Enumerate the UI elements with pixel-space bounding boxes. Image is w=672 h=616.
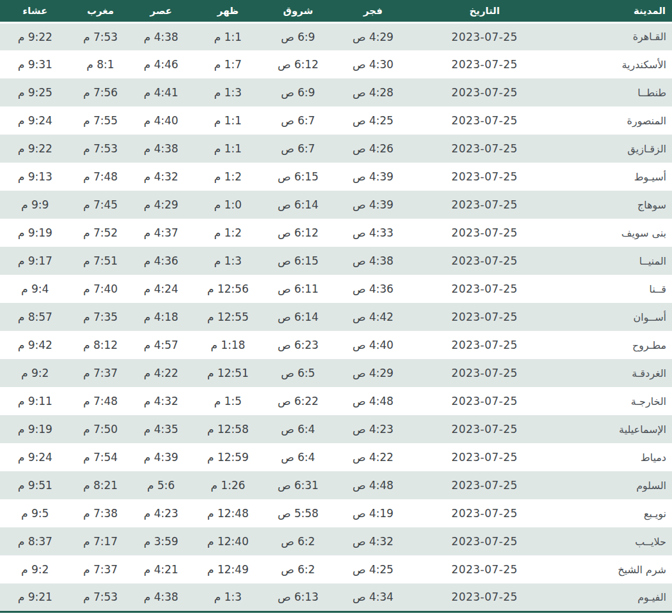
column-header-isha: عشاء bbox=[0, 0, 70, 22]
cell-maghrib: 7:37 م bbox=[70, 555, 131, 583]
cell-city: الفيـوم bbox=[555, 583, 672, 612]
cell-isha: 9:25 م bbox=[0, 78, 70, 106]
cell-maghrib: 7:55 م bbox=[70, 106, 131, 135]
prayer-times-table: المدينة التاريخ فجر شروق ظهر عصر مغرب عش… bbox=[0, 0, 672, 613]
cell-maghrib: 7:51 م bbox=[70, 247, 131, 275]
cell-city: دمياط bbox=[555, 443, 672, 471]
cell-city: الإسماعيلية bbox=[555, 415, 672, 443]
cell-isha: 9:21 م bbox=[0, 583, 70, 612]
table-row: أســوان 2023-07-25 4:42 ص 6:14 ص 12:55 م… bbox=[0, 303, 672, 331]
cell-date: 2023-07-25 bbox=[414, 359, 555, 387]
cell-fajr: 4:23 ص bbox=[332, 415, 414, 443]
cell-maghrib: 8:21 م bbox=[70, 471, 131, 499]
table-body: القـاهرة 2023-07-25 4:29 ص 6:9 ص 1:1 م 4… bbox=[0, 22, 672, 612]
cell-sunrise: 6:12 ص bbox=[265, 219, 332, 247]
cell-city: أسيـوط bbox=[555, 163, 672, 191]
table-row: السلوم 2023-07-25 4:48 ص 6:31 ص 1:26 م 5… bbox=[0, 471, 672, 499]
cell-sunrise: 6:11 ص bbox=[265, 275, 332, 303]
cell-asr: 4:38 م bbox=[131, 583, 191, 612]
table-row: المنيــا 2023-07-25 4:38 ص 6:15 ص 1:3 م … bbox=[0, 247, 672, 275]
cell-date: 2023-07-25 bbox=[414, 471, 555, 499]
cell-fajr: 4:42 ص bbox=[332, 303, 414, 331]
table-row: مطـروح 2023-07-25 4:40 ص 6:23 ص 1:18 م 4… bbox=[0, 331, 672, 359]
cell-maghrib: 7:35 م bbox=[70, 303, 131, 331]
cell-isha: 9:19 م bbox=[0, 415, 70, 443]
cell-maghrib: 7:48 م bbox=[70, 163, 131, 191]
cell-date: 2023-07-25 bbox=[414, 22, 555, 50]
cell-city: طنطــا bbox=[555, 78, 672, 106]
cell-sunrise: 6:2 ص bbox=[265, 527, 332, 555]
cell-date: 2023-07-25 bbox=[414, 247, 555, 275]
cell-city: السلوم bbox=[555, 471, 672, 499]
cell-maghrib: 7:50 م bbox=[70, 415, 131, 443]
cell-date: 2023-07-25 bbox=[414, 527, 555, 555]
cell-fajr: 4:40 ص bbox=[332, 331, 414, 359]
cell-fajr: 4:26 ص bbox=[332, 135, 414, 163]
cell-fajr: 4:38 ص bbox=[332, 247, 414, 275]
cell-date: 2023-07-25 bbox=[414, 331, 555, 359]
cell-sunrise: 6:9 ص bbox=[265, 22, 332, 50]
cell-date: 2023-07-25 bbox=[414, 499, 555, 527]
cell-dhuhr: 12:58 م bbox=[191, 415, 265, 443]
cell-fajr: 4:22 ص bbox=[332, 443, 414, 471]
cell-sunrise: 6:7 ص bbox=[265, 106, 332, 135]
cell-fajr: 4:30 ص bbox=[332, 50, 414, 78]
cell-isha: 9:9 م bbox=[0, 191, 70, 219]
cell-maghrib: 7:38 م bbox=[70, 499, 131, 527]
cell-dhuhr: 1:1 م bbox=[191, 106, 265, 135]
cell-dhuhr: 12:51 م bbox=[191, 359, 265, 387]
cell-dhuhr: 1:18 م bbox=[191, 331, 265, 359]
cell-dhuhr: 1:3 م bbox=[191, 247, 265, 275]
cell-dhuhr: 12:40 م bbox=[191, 527, 265, 555]
cell-isha: 9:24 م bbox=[0, 443, 70, 471]
cell-asr: 4:36 م bbox=[131, 247, 191, 275]
column-header-maghrib: مغرب bbox=[70, 0, 131, 22]
cell-asr: 4:24 م bbox=[131, 275, 191, 303]
cell-asr: 4:22 م bbox=[131, 359, 191, 387]
cell-sunrise: 6:4 ص bbox=[265, 443, 332, 471]
cell-fajr: 4:33 ص bbox=[332, 219, 414, 247]
cell-dhuhr: 12:55 م bbox=[191, 303, 265, 331]
cell-date: 2023-07-25 bbox=[414, 106, 555, 135]
column-header-date: التاريخ bbox=[414, 0, 555, 22]
cell-date: 2023-07-25 bbox=[414, 163, 555, 191]
column-header-asr: عصر bbox=[131, 0, 191, 22]
cell-asr: 4:38 م bbox=[131, 22, 191, 50]
cell-dhuhr: 1:1 م bbox=[191, 22, 265, 50]
cell-asr: 4:29 م bbox=[131, 191, 191, 219]
cell-dhuhr: 12:56 م bbox=[191, 275, 265, 303]
cell-fajr: 4:29 ص bbox=[332, 359, 414, 387]
column-header-sunrise: شروق bbox=[265, 0, 332, 22]
cell-sunrise: 6:13 ص bbox=[265, 583, 332, 612]
cell-sunrise: 6:4 ص bbox=[265, 415, 332, 443]
cell-asr: 4:39 م bbox=[131, 443, 191, 471]
cell-sunrise: 6:12 ص bbox=[265, 50, 332, 78]
cell-maghrib: 8:1 م bbox=[70, 50, 131, 78]
cell-fajr: 4:28 ص bbox=[332, 78, 414, 106]
cell-city: المنيــا bbox=[555, 247, 672, 275]
cell-city: القـاهرة bbox=[555, 22, 672, 50]
cell-city: قــنا bbox=[555, 275, 672, 303]
cell-fajr: 4:25 ص bbox=[332, 106, 414, 135]
table-row: شرم الشيخ 2023-07-25 4:25 ص 6:2 ص 12:49 … bbox=[0, 555, 672, 583]
cell-sunrise: 5:58 ص bbox=[265, 499, 332, 527]
cell-asr: 4:46 م bbox=[131, 50, 191, 78]
cell-maghrib: 7:53 م bbox=[70, 583, 131, 612]
table-row: حلايــب 2023-07-25 4:32 ص 6:2 ص 12:40 م … bbox=[0, 527, 672, 555]
cell-asr: 3:59 م bbox=[131, 527, 191, 555]
cell-isha: 8:37 م bbox=[0, 527, 70, 555]
cell-fajr: 4:48 ص bbox=[332, 387, 414, 415]
cell-asr: 4:38 م bbox=[131, 135, 191, 163]
cell-asr: 4:57 م bbox=[131, 331, 191, 359]
cell-date: 2023-07-25 bbox=[414, 135, 555, 163]
cell-asr: 4:41 م bbox=[131, 78, 191, 106]
cell-isha: 9:17 م bbox=[0, 247, 70, 275]
cell-date: 2023-07-25 bbox=[414, 555, 555, 583]
cell-asr: 5:6 م bbox=[131, 471, 191, 499]
cell-sunrise: 6:23 ص bbox=[265, 331, 332, 359]
cell-dhuhr: 1:0 م bbox=[191, 191, 265, 219]
cell-isha: 9:13 م bbox=[0, 163, 70, 191]
cell-date: 2023-07-25 bbox=[414, 275, 555, 303]
cell-sunrise: 6:15 ص bbox=[265, 163, 332, 191]
cell-sunrise: 6:14 ص bbox=[265, 191, 332, 219]
